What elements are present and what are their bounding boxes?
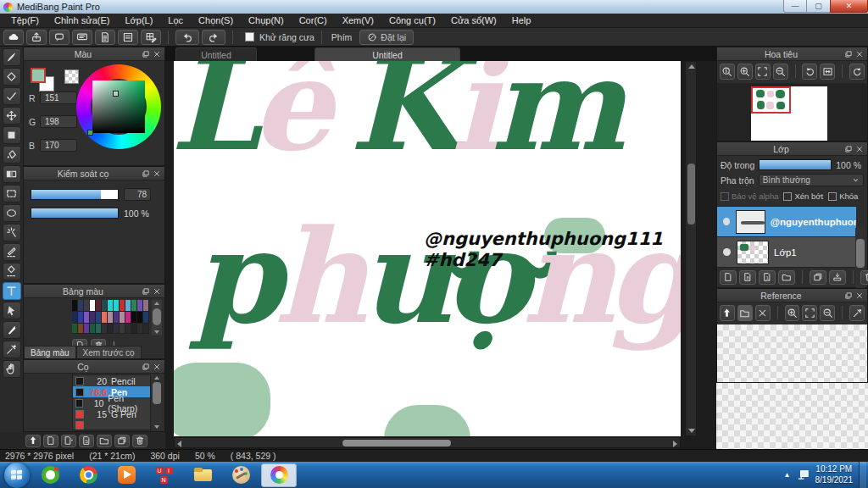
upload-button[interactable]	[25, 435, 41, 447]
navigator-viewbox[interactable]	[751, 86, 791, 114]
fit-button[interactable]	[802, 305, 817, 321]
b-value[interactable]: 170	[40, 139, 77, 152]
close-icon[interactable]	[854, 49, 865, 59]
palette-swatch[interactable]	[102, 324, 108, 334]
scroll-down-icon[interactable]	[688, 429, 695, 433]
rotate-ccw-button[interactable]	[802, 64, 817, 80]
palette-swatch[interactable]	[137, 300, 143, 312]
layer8-button[interactable]: 8	[739, 270, 756, 285]
folder-button[interactable]	[97, 435, 112, 447]
zoom-reset-button[interactable]	[720, 64, 735, 80]
popout-icon[interactable]	[140, 169, 151, 179]
close-icon[interactable]	[151, 362, 162, 372]
palette-tab-inactive[interactable]: Xem trước cọ	[76, 346, 142, 358]
palette-swatch[interactable]	[84, 300, 90, 312]
popout-icon[interactable]	[140, 362, 151, 372]
palette-swatch[interactable]	[131, 300, 137, 312]
taskbar-app-coccoc[interactable]	[261, 463, 297, 487]
close-icon[interactable]	[854, 291, 865, 301]
zoom-in-button[interactable]	[737, 64, 753, 80]
folder-button[interactable]	[778, 270, 795, 285]
layer-visibility-icon[interactable]	[723, 248, 731, 256]
palette-swatch[interactable]	[72, 312, 78, 324]
saturation-value-box[interactable]	[92, 80, 145, 133]
palette-swatch[interactable]	[96, 300, 102, 312]
export-button[interactable]	[26, 30, 47, 45]
palette-scrollbar[interactable]	[152, 300, 162, 336]
hscroll-thumb[interactable]	[342, 440, 451, 446]
merge-down-button[interactable]	[829, 270, 846, 285]
upload-button[interactable]	[720, 305, 735, 321]
hue-marker[interactable]	[87, 130, 93, 136]
canvas[interactable]: LêKim phượng @nguyenthuphuong111 #hd247	[174, 61, 681, 436]
palette-swatch[interactable]	[72, 300, 78, 312]
duplicate-button[interactable]	[810, 270, 826, 285]
network-icon[interactable]	[797, 469, 810, 481]
menu-item-tpf[interactable]: Tệp(F)	[3, 14, 47, 28]
popout-icon[interactable]	[843, 144, 854, 154]
tool-hand[interactable]	[3, 360, 21, 378]
sv-marker[interactable]	[113, 91, 119, 97]
tool-eraser[interactable]	[3, 68, 21, 86]
palette-tab-active[interactable]: Bảng màu	[24, 346, 76, 358]
palette-swatch[interactable]	[143, 324, 149, 334]
palette-swatch[interactable]	[84, 312, 90, 324]
grid-pen-button[interactable]	[141, 30, 161, 45]
scroll-left-icon[interactable]	[177, 441, 181, 447]
taskbar-app-chrome[interactable]	[70, 463, 106, 487]
transparent-color-swatch[interactable]	[64, 69, 79, 84]
navigator-thumbnail[interactable]	[751, 86, 827, 141]
palette-swatch[interactable]	[114, 324, 120, 334]
close-x-button[interactable]	[755, 305, 771, 321]
palette-swatch[interactable]	[120, 300, 125, 312]
palette-swatch[interactable]	[78, 324, 84, 334]
tool-bucket[interactable]	[3, 146, 21, 164]
tool-text[interactable]	[3, 282, 21, 300]
taskbar-app-unikey[interactable]: UIN	[147, 463, 182, 487]
show-desktop-button[interactable]	[859, 462, 866, 488]
menu-item-chpn[interactable]: Chụp(N)	[241, 14, 292, 28]
palette-swatch[interactable]	[125, 312, 131, 324]
close-button[interactable]: ✕	[830, 0, 868, 13]
brush-opacity-slider[interactable]	[31, 208, 119, 219]
zoom-out-button[interactable]	[820, 305, 835, 321]
maximize-button[interactable]: ▢	[807, 0, 830, 13]
r-value[interactable]: 151	[40, 92, 77, 104]
trash-button[interactable]	[860, 270, 868, 285]
redo-button[interactable]	[202, 30, 225, 45]
menu-item-chns[interactable]: Chọn(S)	[191, 14, 241, 28]
palette-swatch[interactable]	[131, 324, 137, 334]
palette-swatch[interactable]	[78, 300, 84, 312]
tool-magic-wand[interactable]	[3, 224, 21, 241]
palette-swatch[interactable]	[108, 300, 114, 312]
tool-select-lasso[interactable]	[3, 204, 21, 222]
comment-wide-button[interactable]	[72, 30, 92, 45]
layer-row[interactable]: @nguyenthuphuong	[717, 207, 856, 237]
brush-size-slider[interactable]	[31, 189, 119, 200]
tool-shape[interactable]	[3, 126, 21, 144]
taskbar-app-media-player[interactable]	[108, 463, 144, 487]
document-tab-1[interactable]: Untitled	[314, 47, 460, 61]
scroll-right-icon[interactable]	[673, 441, 677, 447]
undo-button[interactable]	[175, 30, 199, 45]
g-value[interactable]: 198	[40, 115, 77, 128]
palette-swatch[interactable]	[78, 312, 84, 324]
zoom-out-button[interactable]	[773, 64, 788, 80]
new-doc-menu-button[interactable]	[61, 435, 76, 447]
palette-swatch[interactable]	[96, 312, 102, 324]
tool-brush[interactable]	[3, 48, 21, 66]
menu-item-xemv[interactable]: Xem(V)	[335, 14, 381, 28]
vscroll-thumb[interactable]	[687, 164, 695, 225]
brush-row[interactable]: 20Pencil	[73, 375, 150, 386]
menu-item-cngct[interactable]: Công cụ(T)	[381, 14, 443, 28]
color-wheel[interactable]	[76, 64, 161, 149]
palette-swatch[interactable]	[114, 312, 120, 324]
scroll-up-icon[interactable]	[688, 64, 695, 69]
tool-operation[interactable]	[3, 302, 21, 319]
tool-eyedropper[interactable]	[3, 341, 21, 358]
palette-swatch[interactable]	[96, 324, 102, 334]
palette-swatch[interactable]	[114, 300, 120, 312]
tool-select-rect[interactable]	[3, 185, 21, 202]
palette-swatch[interactable]	[72, 324, 78, 334]
brush-size-value[interactable]: 78	[124, 188, 151, 201]
